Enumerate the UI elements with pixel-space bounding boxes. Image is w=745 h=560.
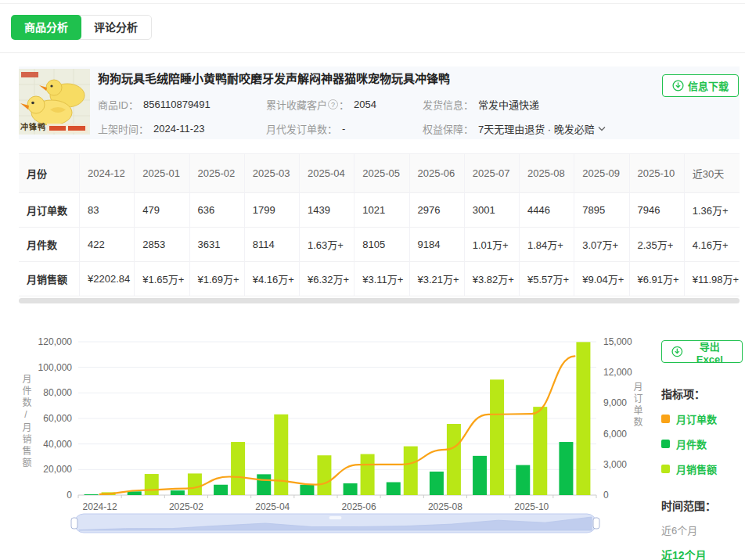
bar-monthly-sales[interactable]	[188, 473, 202, 495]
field-value: 2024-11-23	[153, 123, 205, 135]
table-cell: 479	[135, 193, 189, 228]
sales-trend-chart: 020,00040,00060,00080,000100,000120,0000…	[0, 332, 653, 540]
bar-monthly-sales[interactable]	[447, 424, 461, 495]
right-axis-tick: 3,000	[603, 459, 627, 470]
download-icon	[672, 80, 684, 92]
bar-monthly-sales[interactable]	[533, 407, 547, 495]
table-cell: 8105	[355, 228, 409, 262]
table-row-label: 月销售额	[19, 262, 80, 296]
table-header-cell: 2025-09	[574, 154, 629, 193]
x-axis-label: 2025-10	[514, 501, 549, 512]
chart-side-panel: 导出Excel 指标项： 月订单数月件数月销售额 时间范围： 近6个月近12个月	[661, 340, 744, 560]
time-range-title: 时间范围：	[661, 497, 744, 513]
bar-monthly-items[interactable]	[430, 472, 444, 495]
product-title: 狗狗玩具毛绒陪睡小黄鸭耐咬磨牙发声解闷神器猫咪宠物玩具冲锋鸭	[98, 71, 661, 87]
table-cell: 9184	[410, 228, 465, 262]
table-cell: ¥3.82万+	[465, 262, 520, 296]
product-info-card: 冲锋鸭 狗狗玩具毛绒陪睡小黄鸭耐咬磨牙发声解闷神器猫咪宠物玩具冲锋鸭 商品ID：…	[19, 66, 740, 139]
left-axis-tick: 0	[67, 490, 72, 501]
bar-monthly-sales[interactable]	[274, 415, 288, 495]
right-axis-tick: 12,000	[603, 367, 632, 378]
table-cell: 2853	[135, 228, 189, 262]
bar-monthly-items[interactable]	[473, 456, 487, 495]
bar-monthly-sales[interactable]	[490, 379, 504, 495]
table-cell: 7946	[630, 193, 685, 228]
table-cell: ¥1.69万+	[190, 262, 245, 296]
bar-monthly-sales[interactable]	[317, 455, 331, 495]
help-icon[interactable]: ?	[328, 99, 338, 109]
table-cell: 1.36万+	[685, 193, 740, 228]
bar-monthly-items[interactable]	[128, 491, 142, 495]
field-label: 月代发订单数：	[266, 121, 337, 136]
field-value: 7天无理由退货 · 晚发必赔	[478, 121, 595, 136]
download-icon	[671, 346, 683, 357]
time-range-option[interactable]: 近12个月	[661, 547, 744, 560]
bar-monthly-sales[interactable]	[361, 454, 375, 495]
info-download-button[interactable]: 信息下载	[662, 74, 739, 97]
metrics-title: 指标项：	[661, 386, 744, 401]
table-cell: 8114	[245, 228, 300, 262]
product-field: 权益保障：7天无理由退货 · 晚发必赔	[423, 121, 661, 136]
time-range-options: 近6个月近12个月	[661, 522, 744, 560]
product-field: 商品ID：856110879491	[98, 97, 266, 112]
monthly-metrics-table: 月份2024-122025-012025-022025-032025-04202…	[19, 153, 740, 296]
table-cell: 3.07万+	[574, 228, 629, 262]
legend-item[interactable]: 月销售额	[661, 461, 744, 476]
left-axis-tick: 40,000	[43, 439, 72, 450]
product-fields: 商品ID：856110879491累计收藏客户?：2054发货信息：常发中通快递…	[98, 97, 661, 136]
legend-swatch	[661, 415, 670, 423]
bar-monthly-sales[interactable]	[145, 474, 159, 495]
time-range-option[interactable]: 近6个月	[661, 522, 744, 537]
right-axis-tick: 6,000	[603, 429, 627, 440]
bar-monthly-sales[interactable]	[576, 342, 590, 495]
bar-monthly-items[interactable]	[387, 483, 401, 495]
table-cell: ¥4.16万+	[245, 262, 300, 296]
table-cell: 2.35万+	[630, 228, 685, 262]
field-value: 856110879491	[143, 99, 211, 110]
tab-review-analysis[interactable]: 评论分析	[81, 16, 151, 39]
bar-monthly-items[interactable]	[516, 465, 530, 495]
right-axis-tick: 0	[603, 490, 609, 501]
product-image: 冲锋鸭	[19, 69, 90, 135]
table-header-cell: 2025-06	[410, 154, 465, 193]
bar-monthly-items[interactable]	[85, 494, 99, 495]
table-header-cell: 月份	[19, 154, 80, 193]
tab-product-analysis[interactable]: 商品分析	[11, 15, 81, 40]
datazoom-right-handle[interactable]	[593, 518, 599, 529]
right-axis-title: 月订单数	[631, 382, 644, 429]
bar-monthly-sales[interactable]	[231, 442, 245, 495]
legend-item[interactable]: 月件数	[661, 436, 744, 451]
bar-monthly-items[interactable]	[214, 485, 228, 495]
field-label: 权益保障：	[423, 121, 473, 136]
bar-monthly-sales[interactable]	[404, 447, 418, 495]
bar-monthly-items[interactable]	[559, 442, 573, 495]
table-header-cell: 2025-03	[245, 154, 300, 193]
datazoom-left-handle[interactable]	[71, 518, 77, 529]
bar-monthly-items[interactable]	[171, 490, 185, 495]
table-cell: 422	[80, 228, 135, 262]
table-cell: 4446	[520, 193, 574, 228]
table-cell: ¥9.04万+	[574, 262, 629, 296]
x-axis-label: 2024-12	[83, 501, 117, 512]
export-excel-button[interactable]: 导出Excel	[661, 340, 743, 363]
right-axis-tick: 15,000	[603, 336, 632, 347]
bar-monthly-items[interactable]	[344, 483, 358, 495]
table-cell: 1.84万+	[520, 228, 574, 262]
table-header-cell: 近30天	[685, 154, 740, 193]
product-analysis-page: 商品分析 评论分析	[0, 0, 745, 560]
datazoom-grip[interactable]	[329, 516, 342, 519]
field-value: 常发中通快递	[478, 97, 539, 112]
left-axis-tick: 120,000	[38, 336, 73, 347]
chevron-down-icon[interactable]	[598, 126, 606, 131]
left-axis-tick: 60,000	[43, 413, 72, 424]
table-row-label: 月订单数	[19, 193, 80, 228]
left-axis-tick: 100,000	[38, 362, 73, 373]
legend-item[interactable]: 月订单数	[661, 411, 744, 426]
bar-monthly-items[interactable]	[257, 474, 271, 495]
table-header-cell: 2025-04	[300, 154, 355, 193]
bar-monthly-items[interactable]	[300, 485, 314, 495]
table-cell: 2976	[410, 193, 465, 228]
table-scrollbar[interactable]	[19, 298, 740, 303]
x-axis-label: 2025-06	[342, 501, 376, 512]
field-label: 发货信息：	[423, 97, 473, 112]
